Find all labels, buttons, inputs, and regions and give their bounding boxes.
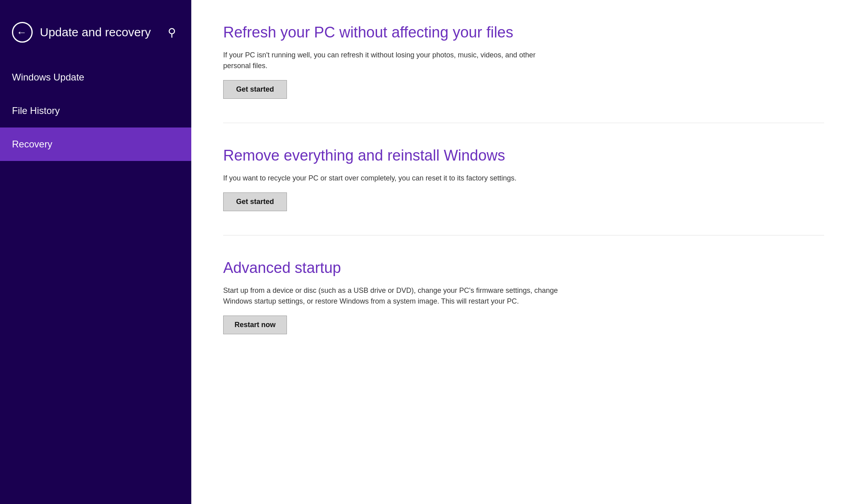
refresh-pc-description: If your PC isn't running well, you can r… [223, 50, 562, 71]
sidebar-item-recovery[interactable]: Recovery [0, 127, 191, 161]
advanced-startup-description: Start up from a device or disc (such as … [223, 285, 562, 307]
search-icon: ⚲ [168, 26, 176, 39]
divider-1 [223, 123, 824, 123]
refresh-pc-title: Refresh your PC without affecting your f… [223, 24, 824, 41]
sidebar-nav: Windows Update File History Recovery [0, 61, 191, 161]
divider-2 [223, 235, 824, 235]
back-button[interactable]: ← [12, 22, 33, 43]
refresh-pc-get-started-button[interactable]: Get started [223, 80, 287, 99]
refresh-pc-section: Refresh your PC without affecting your f… [223, 24, 824, 99]
remove-everything-get-started-button[interactable]: Get started [223, 192, 287, 211]
sidebar: ← Update and recovery ⚲ Windows Update F… [0, 0, 191, 504]
restart-now-button[interactable]: Restart now [223, 316, 287, 334]
back-arrow-icon: ← [17, 27, 27, 37]
remove-everything-description: If you want to recycle your PC or start … [223, 173, 562, 184]
main-content: Refresh your PC without affecting your f… [191, 0, 856, 504]
remove-everything-title: Remove everything and reinstall Windows [223, 147, 824, 164]
sidebar-item-windows-update[interactable]: Windows Update [0, 61, 191, 94]
advanced-startup-title: Advanced startup [223, 259, 824, 277]
advanced-startup-section: Advanced startup Start up from a device … [223, 259, 824, 334]
remove-everything-section: Remove everything and reinstall Windows … [223, 147, 824, 211]
sidebar-item-file-history[interactable]: File History [0, 94, 191, 127]
sidebar-header: ← Update and recovery ⚲ [0, 0, 191, 61]
sidebar-title: Update and recovery [40, 25, 157, 39]
search-button[interactable]: ⚲ [165, 23, 179, 42]
